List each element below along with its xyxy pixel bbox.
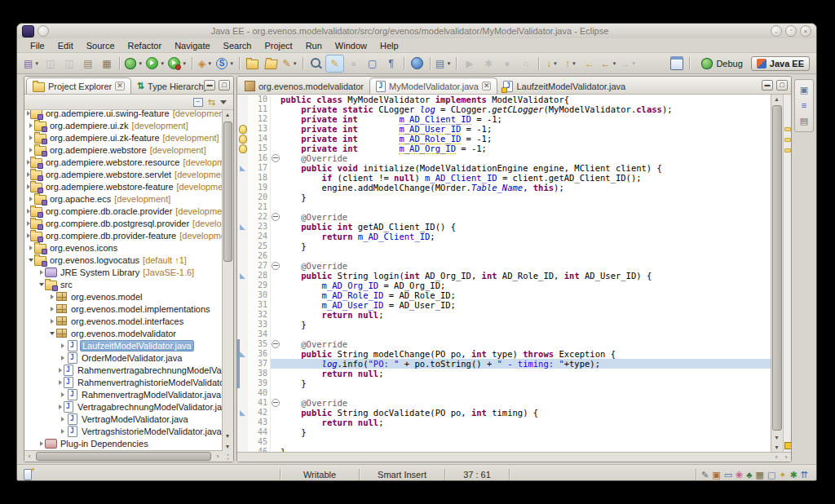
tree-item[interactable]: org.adempiere.webstore.servlet[developme… [24, 168, 223, 180]
code-line[interactable]: 18 if (client != null) m_AD_Client_ID = … [237, 173, 771, 183]
last-edit-location-button[interactable]: ← [580, 55, 599, 73]
show-selected-element-button[interactable]: ▤▼ [434, 55, 453, 73]
debug-button[interactable]: ▼ [123, 55, 144, 73]
code-line[interactable]: 11 private static CLogger log = CLogger.… [237, 104, 771, 114]
editor-tab-org-evenos-modelvalidator[interactable]: org.evenos.modelvalidator [239, 78, 369, 94]
back-button[interactable]: ←▼ [599, 55, 618, 73]
tree-icon[interactable]: ♣ [746, 471, 752, 480]
menu-navigate[interactable]: Navigate [168, 40, 216, 51]
tab-close-icon[interactable]: ✕ [482, 82, 492, 91]
code-line[interactable]: 22 @Override [237, 212, 771, 222]
sync-icon[interactable]: ⇈ [801, 471, 808, 480]
show-source-range-button[interactable]: ▢ [363, 55, 382, 73]
new-wizard-button[interactable]: ▤▼ [22, 55, 41, 73]
editor-scroll-down-icon[interactable]: ▾ [771, 434, 782, 441]
maximize-view-icon[interactable]: ▢ [219, 80, 230, 91]
override-marker-icon[interactable] [240, 166, 245, 171]
code-line[interactable]: 43 return null; [237, 418, 771, 427]
code-line[interactable]: 10public class MyModelValidator implemen… [237, 95, 771, 104]
tree-item[interactable]: org.evenos.logvocatus[default ↑1] [24, 254, 223, 266]
code-line[interactable]: 23 public int getAD_Client_ID() { [237, 222, 771, 232]
warning-marker-icon[interactable] [239, 144, 247, 153]
properties-view-icon[interactable]: ▤ [800, 117, 808, 126]
code-line[interactable]: 28 public String login(int AD_Org_ID, in… [237, 271, 771, 281]
tree-item[interactable]: org.adempiere.webstore[development] [24, 144, 223, 156]
tree-expander-icon[interactable] [48, 294, 55, 299]
code-line[interactable]: 45 [237, 437, 771, 447]
tree-item[interactable]: JVertragabrechnungModelValidator.java [24, 400, 223, 413]
code-line[interactable]: 37 log.info("PO: " + po.toString() + " -… [237, 359, 771, 369]
code-line[interactable]: 15 private int m_AD_Org_ID = -1; [237, 144, 771, 153]
tree-item[interactable]: org.evenos.model.interfaces [24, 315, 223, 327]
tree-scroll-thumb[interactable] [223, 122, 232, 262]
code-editor[interactable]: 10public class MyModelValidator implemen… [237, 95, 791, 462]
menu-file[interactable]: File [24, 40, 51, 51]
open-perspective-button[interactable] [670, 56, 683, 70]
tree-item[interactable]: src [24, 278, 223, 290]
title-bar[interactable]: Java EE - org.evenos.modelvalidator/src/… [17, 24, 816, 38]
show-whitespace-button[interactable]: ¶ [382, 55, 400, 73]
web-services-button[interactable]: S▼ [214, 55, 236, 73]
warning-overview-marker[interactable] [784, 127, 791, 131]
tree-item[interactable]: org.evenos.model.implementations [24, 303, 223, 315]
tree-expander-icon[interactable] [27, 123, 34, 128]
code-line[interactable]: 35 @Override [237, 339, 771, 349]
tree-expander-icon[interactable] [38, 441, 45, 446]
tree-expander-icon[interactable] [27, 245, 34, 250]
status-fastview-icon[interactable] [24, 469, 32, 480]
tree-item[interactable]: JLaufzeitModelValidator.java [24, 339, 223, 351]
window-close-button[interactable]: ✕ [800, 25, 811, 37]
editor-scroll-thumb[interactable] [772, 105, 782, 431]
run-history-button[interactable]: ▼ [166, 55, 188, 73]
editor-horizontal-scrollbar[interactable]: ‹ › [237, 452, 791, 462]
editor-scroll-right-icon[interactable]: › [781, 453, 791, 461]
mark-occurrences-button[interactable]: ✎ [325, 55, 344, 73]
perspective-debug[interactable]: Debug [696, 55, 748, 72]
code-line[interactable]: 32 return null; [237, 310, 771, 320]
tree-expander-icon[interactable] [59, 429, 66, 434]
code-line[interactable]: 17 public void initialize(ModelValidatio… [237, 163, 771, 173]
tree-item[interactable]: org.adempiere.ui.zk-feature[development] [24, 131, 223, 144]
print-button[interactable]: ▤ [78, 55, 97, 73]
code-line[interactable]: 41 @Override [237, 398, 771, 408]
menu-help[interactable]: Help [373, 40, 405, 51]
tree-item[interactable]: JVertragModelValidator.java [24, 413, 223, 425]
window-minimize-button[interactable]: ⌄ [771, 25, 782, 37]
warning-overview-marker[interactable] [784, 442, 792, 449]
tree-expander-icon[interactable] [59, 417, 66, 422]
search-references-button[interactable] [307, 55, 325, 73]
tree-item[interactable]: Plug-in Dependencies [24, 437, 223, 449]
menu-refactor[interactable]: Refactor [121, 40, 169, 51]
tree-expander-icon[interactable] [59, 392, 66, 397]
tree-expander-icon[interactable] [38, 270, 45, 275]
code-line[interactable]: 20 } [237, 192, 771, 202]
scroll-down-icon[interactable]: ▾ [223, 432, 232, 440]
tree-item[interactable]: JRahmenvertraghistorieModelValidator.jav… [24, 376, 223, 388]
restore-view-icon[interactable]: ▣ [800, 86, 808, 95]
tree-hscroll-thumb[interactable] [36, 452, 211, 461]
fold-collapse-icon[interactable] [272, 262, 280, 270]
tree-item[interactable]: org.adempiere.ui.zk[development] [24, 119, 223, 131]
tree-item[interactable]: JRahmenvertragModelValidator.java [24, 388, 223, 400]
code-line[interactable]: 27 @Override [237, 261, 771, 271]
window-icon[interactable]: ▭ [724, 471, 732, 480]
scroll-left-icon[interactable]: ‹ [24, 453, 34, 460]
code-line[interactable]: 38 return null; [237, 369, 771, 378]
menu-project[interactable]: Project [258, 40, 298, 51]
code-text-area[interactable]: 10public class MyModelValidator implemen… [237, 95, 771, 452]
tree-vertical-scrollbar[interactable]: ▴ ▾ ▾ [222, 110, 233, 451]
code-line[interactable]: 25 } [237, 241, 771, 251]
outline-view-icon[interactable]: ≡ [802, 101, 806, 110]
prev-annotation-button[interactable]: ↑▼ [561, 55, 580, 73]
fold-collapse-icon[interactable] [272, 154, 280, 162]
open-resource-button[interactable] [243, 55, 262, 73]
web-browser-button[interactable] [408, 55, 426, 73]
code-line[interactable]: 14 private int m_AD_Role_ID = -1; [237, 134, 771, 144]
tree-expander-icon[interactable] [27, 135, 34, 140]
editor-vertical-scrollbar[interactable]: ▴ ▾ ▾ [771, 95, 783, 452]
tree-expander-icon[interactable] [27, 197, 34, 201]
tree-item[interactable]: org.apache.ecs[development] [24, 192, 223, 205]
tree-item[interactable]: org.compiere.db.oracle.provider[developm… [24, 205, 223, 217]
perspective-java-ee[interactable]: Java EE [751, 56, 810, 71]
tree-expander-icon[interactable] [38, 283, 45, 286]
